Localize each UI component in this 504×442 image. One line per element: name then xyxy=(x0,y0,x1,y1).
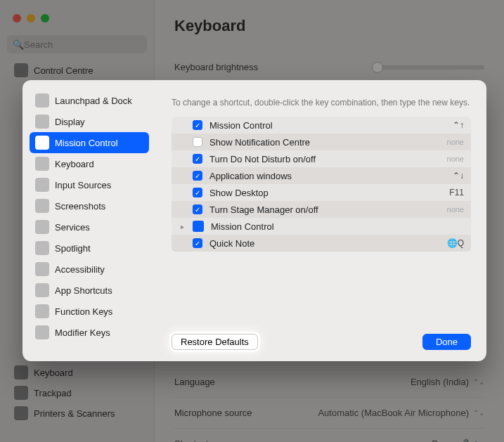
shortcut-row[interactable]: ▸Mission Control xyxy=(172,218,471,235)
category-icon xyxy=(35,115,49,129)
shortcut-key[interactable]: ⌃↑ xyxy=(453,120,464,130)
shortcut-label: Show Notification Centre xyxy=(209,137,440,148)
done-button[interactable]: Done xyxy=(422,334,471,350)
category-item[interactable]: Launchpad & Dock xyxy=(30,90,149,111)
shortcut-row[interactable]: ✓Show DesktopF11 xyxy=(172,184,471,201)
category-icon xyxy=(35,220,49,234)
category-item[interactable]: Input Sources xyxy=(30,174,149,195)
keyboard-shortcuts-sheet: Launchpad & DockDisplayMission ControlKe… xyxy=(22,80,486,361)
category-label: Mission Control xyxy=(55,138,118,148)
shortcut-list: ✓Mission Control⌃↑Show Notification Cent… xyxy=(172,117,471,252)
shortcut-key[interactable]: 🌐Q xyxy=(447,238,464,248)
shortcut-key[interactable]: none xyxy=(447,205,464,214)
hint-text: To change a shortcut, double-click the k… xyxy=(172,97,471,108)
sheet-footer: Restore Defaults Done xyxy=(172,323,471,350)
category-item[interactable]: Mission Control xyxy=(30,132,149,153)
checkbox[interactable]: ✓ xyxy=(193,188,202,197)
shortcut-panel: To change a shortcut, double-click the k… xyxy=(156,80,486,361)
shortcut-key[interactable]: none xyxy=(447,138,464,146)
category-item[interactable]: Screenshots xyxy=(30,195,149,216)
checkbox[interactable]: ✓ xyxy=(193,171,202,181)
category-icon xyxy=(35,325,49,339)
category-item[interactable]: Spotlight xyxy=(30,238,149,259)
category-label: Accessibility xyxy=(55,264,105,275)
category-icon xyxy=(35,241,49,255)
disclosure-icon[interactable]: ▸ xyxy=(179,223,186,230)
category-sidebar: Launchpad & DockDisplayMission ControlKe… xyxy=(22,80,156,361)
category-icon xyxy=(35,199,49,213)
category-label: Function Keys xyxy=(55,306,112,317)
checkbox[interactable] xyxy=(193,137,202,147)
app-icon xyxy=(193,221,204,232)
shortcut-key[interactable]: none xyxy=(447,155,464,163)
category-label: Launchpad & Dock xyxy=(55,96,132,106)
category-icon xyxy=(35,93,49,108)
category-label: Display xyxy=(55,117,85,127)
category-label: Services xyxy=(55,222,90,233)
checkbox[interactable]: ✓ xyxy=(193,154,202,164)
shortcut-row[interactable]: ✓Application windows⌃↓ xyxy=(172,167,471,184)
shortcut-row[interactable]: ✓Quick Note🌐Q xyxy=(172,235,471,252)
shortcut-label: Mission Control xyxy=(211,221,457,232)
category-icon xyxy=(35,262,49,276)
category-icon xyxy=(35,157,49,171)
category-item[interactable]: Services xyxy=(30,216,149,238)
category-label: Spotlight xyxy=(55,243,91,254)
category-item[interactable]: App Shortcuts xyxy=(30,280,149,301)
category-item[interactable]: Accessibility xyxy=(30,259,149,280)
category-icon xyxy=(35,283,49,297)
checkbox[interactable]: ✓ xyxy=(193,120,202,130)
category-label: Keyboard xyxy=(55,159,94,169)
category-icon xyxy=(35,304,49,318)
category-label: App Shortcuts xyxy=(55,285,112,296)
shortcut-label: Application windows xyxy=(209,171,446,181)
shortcut-label: Quick Note xyxy=(209,238,440,249)
restore-defaults-button[interactable]: Restore Defaults xyxy=(172,334,258,350)
shortcut-row[interactable]: ✓Turn Do Not Disturb on/offnone xyxy=(172,150,471,167)
shortcut-label: Turn Do Not Disturb on/off xyxy=(209,154,440,164)
category-label: Modifier Keys xyxy=(55,327,110,338)
category-item[interactable]: Modifier Keys xyxy=(30,322,149,343)
category-item[interactable]: Display xyxy=(30,111,149,132)
shortcut-label: Mission Control xyxy=(209,120,446,131)
shortcut-row[interactable]: ✓Mission Control⌃↑ xyxy=(172,117,471,134)
shortcut-key[interactable]: ⌃↓ xyxy=(453,171,464,181)
checkbox[interactable]: ✓ xyxy=(193,204,202,214)
shortcut-label: Turn Stage Manager on/off xyxy=(209,204,440,215)
category-icon xyxy=(35,136,49,150)
category-label: Screenshots xyxy=(55,201,105,212)
category-label: Input Sources xyxy=(55,180,111,190)
category-item[interactable]: Function Keys xyxy=(30,301,149,322)
category-icon xyxy=(35,178,49,192)
checkbox[interactable]: ✓ xyxy=(193,238,202,248)
shortcut-row[interactable]: ✓Turn Stage Manager on/offnone xyxy=(172,201,471,218)
category-item[interactable]: Keyboard xyxy=(30,153,149,174)
shortcut-row[interactable]: Show Notification Centrenone xyxy=(172,134,471,150)
shortcut-label: Show Desktop xyxy=(209,188,442,198)
shortcut-key[interactable]: F11 xyxy=(449,188,464,197)
